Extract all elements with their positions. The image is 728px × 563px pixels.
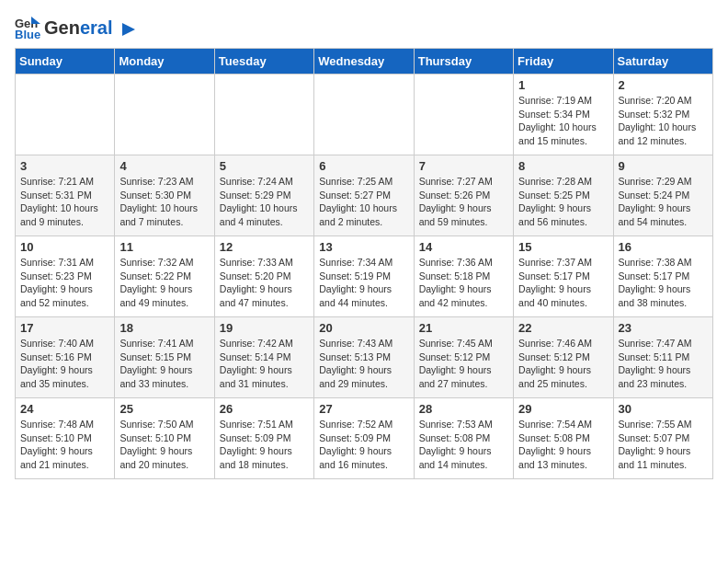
day-number: 19 <box>220 321 309 335</box>
day-info: Sunrise: 7:51 AM Sunset: 5:09 PM Dayligh… <box>220 418 309 472</box>
day-cell: 13Sunrise: 7:34 AM Sunset: 5:19 PM Dayli… <box>314 236 414 317</box>
day-info: Sunrise: 7:36 AM Sunset: 5:18 PM Dayligh… <box>419 256 508 310</box>
day-number: 27 <box>319 402 408 416</box>
svg-text:Blue: Blue <box>15 28 40 40</box>
day-info: Sunrise: 7:19 AM Sunset: 5:34 PM Dayligh… <box>518 94 608 148</box>
day-number: 5 <box>220 159 309 173</box>
week-row-2: 3Sunrise: 7:21 AM Sunset: 5:31 PM Daylig… <box>16 155 713 236</box>
day-number: 15 <box>518 240 608 254</box>
week-row-4: 17Sunrise: 7:40 AM Sunset: 5:16 PM Dayli… <box>16 317 713 398</box>
day-number: 1 <box>518 78 608 92</box>
day-cell: 4Sunrise: 7:23 AM Sunset: 5:30 PM Daylig… <box>115 155 214 236</box>
weekday-header-sunday: Sunday <box>16 49 115 75</box>
day-cell: 2Sunrise: 7:20 AM Sunset: 5:32 PM Daylig… <box>613 75 712 155</box>
day-number: 16 <box>619 240 708 254</box>
day-number: 2 <box>619 78 708 92</box>
logo-arrow-icon <box>119 21 135 38</box>
day-cell: 21Sunrise: 7:45 AM Sunset: 5:12 PM Dayli… <box>414 317 513 398</box>
day-info: Sunrise: 7:32 AM Sunset: 5:22 PM Dayligh… <box>119 256 209 310</box>
day-info: Sunrise: 7:52 AM Sunset: 5:09 PM Dayligh… <box>319 418 408 472</box>
day-number: 10 <box>20 240 109 254</box>
week-row-1: 1Sunrise: 7:19 AM Sunset: 5:34 PM Daylig… <box>16 75 713 155</box>
day-cell: 15Sunrise: 7:37 AM Sunset: 5:17 PM Dayli… <box>514 236 613 317</box>
weekday-header-wednesday: Wednesday <box>314 49 414 75</box>
day-cell: 29Sunrise: 7:54 AM Sunset: 5:08 PM Dayli… <box>514 398 613 479</box>
day-number: 9 <box>619 159 708 173</box>
week-row-3: 10Sunrise: 7:31 AM Sunset: 5:23 PM Dayli… <box>16 236 713 317</box>
day-info: Sunrise: 7:24 AM Sunset: 5:29 PM Dayligh… <box>220 175 309 229</box>
svg-marker-3 <box>122 23 135 36</box>
day-info: Sunrise: 7:20 AM Sunset: 5:32 PM Dayligh… <box>619 94 708 148</box>
day-number: 20 <box>319 321 408 335</box>
day-cell <box>115 75 214 155</box>
day-cell: 5Sunrise: 7:24 AM Sunset: 5:29 PM Daylig… <box>214 155 313 236</box>
day-number: 18 <box>119 321 209 335</box>
day-info: Sunrise: 7:33 AM Sunset: 5:20 PM Dayligh… <box>220 256 309 310</box>
day-number: 17 <box>20 321 109 335</box>
logo-line1: General <box>44 17 135 38</box>
day-info: Sunrise: 7:27 AM Sunset: 5:26 PM Dayligh… <box>419 175 508 229</box>
day-info: Sunrise: 7:41 AM Sunset: 5:15 PM Dayligh… <box>119 337 209 391</box>
logo: Gen Blue General <box>15 15 135 40</box>
day-info: Sunrise: 7:42 AM Sunset: 5:14 PM Dayligh… <box>220 337 309 391</box>
day-cell: 28Sunrise: 7:53 AM Sunset: 5:08 PM Dayli… <box>414 398 513 479</box>
day-info: Sunrise: 7:37 AM Sunset: 5:17 PM Dayligh… <box>518 256 608 310</box>
day-number: 7 <box>419 159 508 173</box>
day-info: Sunrise: 7:25 AM Sunset: 5:27 PM Dayligh… <box>319 175 408 229</box>
day-number: 25 <box>119 402 209 416</box>
day-cell: 19Sunrise: 7:42 AM Sunset: 5:14 PM Dayli… <box>214 317 313 398</box>
day-cell: 7Sunrise: 7:27 AM Sunset: 5:26 PM Daylig… <box>414 155 513 236</box>
day-info: Sunrise: 7:28 AM Sunset: 5:25 PM Dayligh… <box>518 175 608 229</box>
day-cell: 3Sunrise: 7:21 AM Sunset: 5:31 PM Daylig… <box>16 155 115 236</box>
day-cell: 11Sunrise: 7:32 AM Sunset: 5:22 PM Dayli… <box>115 236 214 317</box>
day-number: 29 <box>518 402 608 416</box>
day-number: 3 <box>20 159 109 173</box>
day-cell: 27Sunrise: 7:52 AM Sunset: 5:09 PM Dayli… <box>314 398 414 479</box>
day-cell: 18Sunrise: 7:41 AM Sunset: 5:15 PM Dayli… <box>115 317 214 398</box>
day-number: 21 <box>419 321 508 335</box>
day-cell: 6Sunrise: 7:25 AM Sunset: 5:27 PM Daylig… <box>314 155 414 236</box>
day-info: Sunrise: 7:48 AM Sunset: 5:10 PM Dayligh… <box>20 418 109 472</box>
day-cell: 25Sunrise: 7:50 AM Sunset: 5:10 PM Dayli… <box>115 398 214 479</box>
day-number: 11 <box>119 240 209 254</box>
day-cell: 8Sunrise: 7:28 AM Sunset: 5:25 PM Daylig… <box>514 155 613 236</box>
day-cell <box>314 75 414 155</box>
header: Gen Blue General <box>15 15 713 40</box>
day-cell: 9Sunrise: 7:29 AM Sunset: 5:24 PM Daylig… <box>613 155 712 236</box>
logo-icon: Gen Blue <box>15 15 40 40</box>
weekday-header-monday: Monday <box>115 49 214 75</box>
day-info: Sunrise: 7:53 AM Sunset: 5:08 PM Dayligh… <box>419 418 508 472</box>
day-info: Sunrise: 7:45 AM Sunset: 5:12 PM Dayligh… <box>419 337 508 391</box>
day-cell <box>16 75 115 155</box>
weekday-header-friday: Friday <box>514 49 613 75</box>
weekday-header-saturday: Saturday <box>613 49 712 75</box>
day-number: 28 <box>419 402 508 416</box>
day-cell: 26Sunrise: 7:51 AM Sunset: 5:09 PM Dayli… <box>214 398 313 479</box>
day-cell: 23Sunrise: 7:47 AM Sunset: 5:11 PM Dayli… <box>613 317 712 398</box>
day-info: Sunrise: 7:47 AM Sunset: 5:11 PM Dayligh… <box>619 337 708 391</box>
day-info: Sunrise: 7:40 AM Sunset: 5:16 PM Dayligh… <box>20 337 109 391</box>
day-cell: 12Sunrise: 7:33 AM Sunset: 5:20 PM Dayli… <box>214 236 313 317</box>
day-info: Sunrise: 7:50 AM Sunset: 5:10 PM Dayligh… <box>119 418 209 472</box>
weekday-header-thursday: Thursday <box>414 49 513 75</box>
day-number: 23 <box>619 321 708 335</box>
day-number: 6 <box>319 159 408 173</box>
day-info: Sunrise: 7:38 AM Sunset: 5:17 PM Dayligh… <box>619 256 708 310</box>
day-cell <box>214 75 313 155</box>
day-number: 13 <box>319 240 408 254</box>
day-number: 26 <box>220 402 309 416</box>
day-number: 4 <box>119 159 209 173</box>
day-info: Sunrise: 7:43 AM Sunset: 5:13 PM Dayligh… <box>319 337 408 391</box>
day-cell: 24Sunrise: 7:48 AM Sunset: 5:10 PM Dayli… <box>16 398 115 479</box>
day-info: Sunrise: 7:29 AM Sunset: 5:24 PM Dayligh… <box>619 175 708 229</box>
day-number: 22 <box>518 321 608 335</box>
calendar-table: SundayMondayTuesdayWednesdayThursdayFrid… <box>15 48 713 479</box>
day-number: 14 <box>419 240 508 254</box>
day-cell: 1Sunrise: 7:19 AM Sunset: 5:34 PM Daylig… <box>514 75 613 155</box>
day-cell: 14Sunrise: 7:36 AM Sunset: 5:18 PM Dayli… <box>414 236 513 317</box>
day-number: 12 <box>220 240 309 254</box>
day-info: Sunrise: 7:34 AM Sunset: 5:19 PM Dayligh… <box>319 256 408 310</box>
day-cell: 20Sunrise: 7:43 AM Sunset: 5:13 PM Dayli… <box>314 317 414 398</box>
weekday-header-row: SundayMondayTuesdayWednesdayThursdayFrid… <box>16 49 713 75</box>
day-number: 8 <box>518 159 608 173</box>
